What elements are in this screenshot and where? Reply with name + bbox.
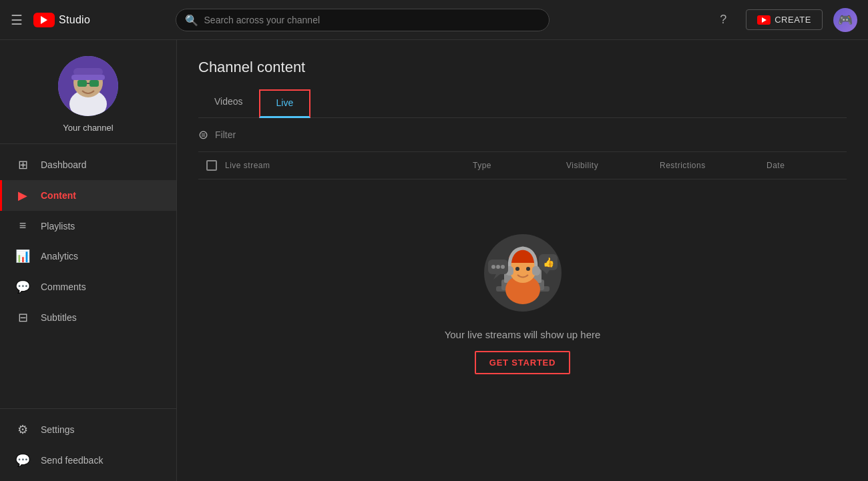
logo-area[interactable]: Studio: [33, 13, 90, 27]
topnav: ☰ Studio 🔍 ? CREATE 🎮: [0, 0, 868, 40]
sidebar-label-analytics: Analytics: [41, 251, 78, 262]
svg-rect-15: [532, 266, 540, 276]
col-header-date: Date: [767, 161, 847, 170]
playlists-icon: ≡: [15, 219, 30, 233]
feedback-icon: 💬: [15, 453, 30, 468]
sidebar-item-comments[interactable]: 💬 Comments: [0, 272, 176, 302]
sidebar-label-feedback: Send feedback: [41, 455, 103, 466]
svg-point-16: [515, 267, 519, 271]
hamburger-icon[interactable]: ☰: [11, 12, 23, 28]
search-icon: 🔍: [185, 13, 198, 26]
sidebar-label-subtitles: Subtitles: [41, 312, 77, 323]
avatar-image: 🎮: [838, 13, 853, 27]
search-bar: 🔍: [176, 9, 550, 31]
content-area: Channel content Videos Live ⊜ Filter Liv…: [177, 40, 868, 481]
svg-rect-4: [71, 75, 105, 80]
col-header-type: Type: [473, 161, 566, 170]
filter-icon[interactable]: ⊜: [198, 127, 208, 142]
svg-point-20: [496, 265, 500, 269]
dashboard-icon: ⊞: [15, 157, 30, 172]
sidebar-label-comments: Comments: [41, 282, 86, 292]
analytics-icon: 📊: [15, 249, 30, 264]
avatar[interactable]: 🎮: [833, 8, 857, 32]
settings-icon: ⚙: [15, 422, 30, 437]
svg-rect-5: [77, 80, 87, 87]
get-started-button[interactable]: GET STARTED: [475, 351, 571, 374]
tab-videos[interactable]: Videos: [198, 89, 259, 118]
channel-info: Your channel: [0, 40, 176, 144]
channel-avatar[interactable]: [58, 56, 118, 116]
tabs: Videos Live: [198, 89, 847, 118]
svg-point-21: [501, 265, 505, 269]
select-all-col: [198, 160, 225, 171]
page-title: Channel content: [198, 59, 847, 76]
content-icon: ▶: [15, 188, 30, 203]
svg-text:👍: 👍: [543, 257, 555, 268]
streaming-illustration: 👍: [476, 219, 570, 313]
select-all-checkbox[interactable]: [206, 160, 217, 171]
create-button[interactable]: CREATE: [746, 9, 823, 30]
filter-label: Filter: [215, 129, 236, 140]
main-body: Your channel ⊞ Dashboard ▶ Content ≡ Pla…: [0, 40, 868, 481]
sidebar-item-dashboard[interactable]: ⊞ Dashboard: [0, 149, 176, 180]
filter-bar: ⊜ Filter: [198, 118, 847, 152]
table-header: Live stream Type Visibility Restrictions…: [198, 152, 847, 179]
sidebar-label-playlists: Playlists: [41, 221, 75, 231]
sidebar-item-feedback[interactable]: 💬 Send feedback: [0, 445, 176, 476]
empty-state: 👍 Your live streams will show up here GE…: [198, 179, 847, 401]
empty-state-message: Your live streams will show up here: [445, 329, 601, 340]
col-header-stream: Live stream: [225, 161, 473, 170]
sidebar-item-content[interactable]: ▶ Content: [0, 180, 176, 211]
sidebar-item-analytics[interactable]: 📊 Analytics: [0, 241, 176, 272]
table-container: Live stream Type Visibility Restrictions…: [198, 152, 847, 401]
search-input[interactable]: [176, 9, 550, 31]
col-header-visibility: Visibility: [566, 161, 660, 170]
subtitles-icon: ⊟: [15, 310, 30, 325]
avatar-illustration: [58, 56, 118, 116]
youtube-icon: [33, 13, 55, 27]
sidebar-item-settings[interactable]: ⚙ Settings: [0, 414, 176, 445]
channel-name: Your channel: [63, 123, 113, 133]
sidebar: Your channel ⊞ Dashboard ▶ Content ≡ Pla…: [0, 40, 177, 481]
studio-label: Studio: [59, 14, 90, 26]
comments-icon: 💬: [15, 280, 30, 294]
col-header-restrictions: Restrictions: [660, 161, 767, 170]
svg-point-19: [491, 265, 495, 269]
svg-rect-6: [89, 80, 99, 87]
topnav-right: ? CREATE 🎮: [711, 8, 857, 32]
empty-illustration: 👍: [476, 219, 570, 313]
sidebar-item-subtitles[interactable]: ⊟ Subtitles: [0, 302, 176, 333]
help-button[interactable]: ?: [711, 8, 735, 32]
sidebar-label-dashboard: Dashboard: [41, 159, 87, 170]
tab-live[interactable]: Live: [259, 89, 311, 118]
svg-point-17: [526, 267, 530, 271]
sidebar-bottom: ⚙ Settings 💬 Send feedback: [0, 408, 176, 481]
sidebar-item-playlists[interactable]: ≡ Playlists: [0, 211, 176, 241]
nav-items: ⊞ Dashboard ▶ Content ≡ Playlists 📊 Anal…: [0, 144, 176, 408]
sidebar-label-settings: Settings: [41, 424, 75, 435]
sidebar-label-content: Content: [41, 190, 76, 201]
create-video-icon: [757, 15, 771, 25]
create-label: CREATE: [775, 15, 811, 25]
